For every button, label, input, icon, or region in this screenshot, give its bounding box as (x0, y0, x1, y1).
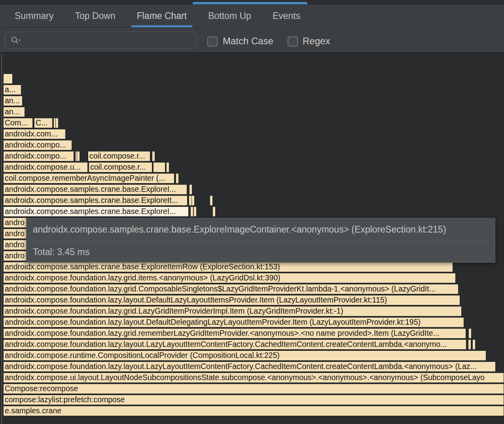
tab-summary[interactable]: Summary (9, 5, 59, 27)
flame-bar[interactable]: compose:lazylist:prefetch:compose (3, 395, 504, 405)
flame-bar[interactable]: androidx.compose.foundation.lazy.layout.… (3, 295, 460, 305)
match-case-label: Match Case (223, 36, 273, 47)
flame-bar[interactable] (468, 339, 471, 350)
flame-bar[interactable]: androidx.compose.samples.crane.base.Expl… (3, 206, 189, 217)
top-strip (0, 0, 504, 5)
match-case-checkbox[interactable] (207, 36, 218, 47)
flame-bar[interactable]: androidx.compose.foundation.lazy.layout.… (3, 362, 496, 372)
profiler-flame-chart-panel: a...an...an...Com...C...androidx.com...a… (0, 0, 504, 424)
flame-bar[interactable] (210, 195, 213, 206)
search-icon[interactable] (11, 36, 21, 45)
panel-left-border (1, 54, 2, 424)
flame-bar[interactable]: androidx.compose.foundation.lazy.layout.… (3, 317, 464, 327)
tab-events[interactable]: Events (267, 5, 306, 27)
search-box[interactable] (5, 32, 197, 49)
search-input[interactable] (21, 32, 197, 49)
flame-bar[interactable]: androidx.compose.samples.crane.base.Expl… (3, 184, 187, 195)
flame-bar[interactable]: androidx.compose.foundation.lazy.grid.La… (3, 306, 462, 316)
flame-bar[interactable] (193, 206, 197, 217)
tab-top-down[interactable]: Top Down (69, 5, 121, 27)
tooltip: androidx.compose.samples.crane.base.Expl… (26, 218, 495, 263)
flame-bar[interactable] (176, 173, 179, 184)
flame-bar[interactable]: Com... (3, 118, 33, 128)
flame-bar[interactable] (472, 339, 476, 350)
flame-bar[interactable]: androidx.compose.foundation.lazy.grid.Co… (3, 284, 459, 294)
flame-bar[interactable]: coil.compose.r... (88, 151, 150, 161)
tab-bottom-up[interactable]: Bottom Up (203, 5, 257, 27)
flame-bar[interactable] (190, 206, 193, 217)
flame-bar[interactable]: Compose:recompose (3, 384, 504, 394)
flame-bar[interactable]: androidx.com... (3, 129, 66, 139)
flame-bar[interactable] (166, 162, 169, 172)
flame-bar[interactable]: androidx.compose.foundation.lazy.grid.it… (3, 273, 456, 283)
flame-bar[interactable]: an... (3, 96, 23, 106)
flame-bar[interactable]: androidx.compose.runtime.CompositionLoca… (3, 350, 486, 361)
flame-bar[interactable]: an... (3, 107, 25, 117)
parent-tab-indicator (193, 2, 307, 4)
flame-bar[interactable]: androidx.compose.samples.crane.base.Expl… (3, 195, 188, 206)
flame-bar[interactable]: androidx.compose.ui.layout.LayoutNodeSub… (3, 373, 504, 383)
flame-bar[interactable] (189, 184, 192, 195)
flame-bar[interactable] (468, 328, 472, 339)
flame-bar[interactable]: e.samples.crane (3, 406, 504, 416)
flame-bar[interactable]: a... (3, 85, 21, 95)
flame-bar[interactable]: androidx.compo... (3, 151, 74, 161)
tooltip-total-time: Total: 3.45 ms (33, 241, 489, 263)
flame-bar[interactable]: androidx.compose.samples.crane.base.Expl… (3, 262, 453, 272)
regex-label: Regex (303, 36, 330, 47)
flame-bar[interactable] (212, 206, 216, 217)
tab-bar: SummaryTop DownFlame ChartBottom UpEvent… (0, 5, 504, 28)
flame-bar[interactable] (77, 151, 80, 161)
flame-bar[interactable]: androidx.compose.u... (3, 162, 88, 172)
regex-checkbox[interactable] (288, 36, 298, 47)
search-toolbar: Match Case Regex (0, 28, 504, 53)
flame-bar[interactable] (55, 118, 59, 128)
flame-bar[interactable]: androidx.compose.foundation.lazy.grid.re… (3, 328, 466, 339)
flame-bar[interactable] (152, 151, 155, 161)
flame-bar[interactable]: androidx.compo... (3, 140, 72, 150)
flame-bar[interactable]: C... (34, 118, 53, 128)
flame-bar[interactable] (191, 195, 195, 206)
tab-flame-chart[interactable]: Flame Chart (131, 5, 193, 27)
flame-bar[interactable]: coil.compose.r... (89, 162, 152, 172)
flame-bar[interactable] (3, 74, 13, 84)
tooltip-method-name: androidx.compose.samples.crane.base.Expl… (33, 218, 489, 241)
flame-bar[interactable]: coil.compose.rememberAsyncImagePainter (… (3, 173, 174, 184)
flame-bar[interactable]: androidx.compose.foundation.lazy.layout.… (3, 339, 466, 350)
flame-bar[interactable] (153, 162, 165, 172)
